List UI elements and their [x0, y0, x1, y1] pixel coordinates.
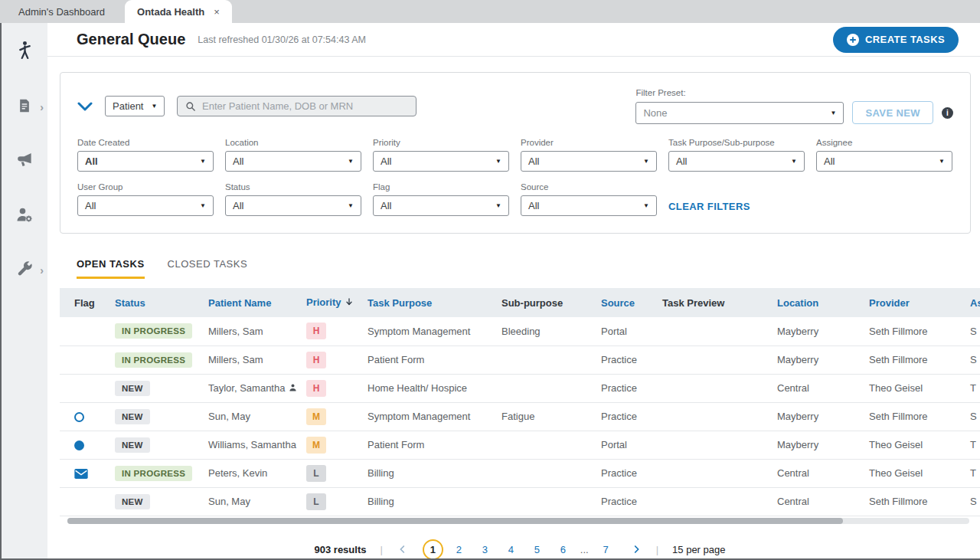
filter-dropdown[interactable]: All▼ — [373, 151, 509, 172]
task-row[interactable]: IN PROGRESSMillers, SamHPatient FormPrac… — [60, 345, 980, 374]
create-tasks-button[interactable]: CREATE TASKS — [833, 27, 959, 53]
column-header[interactable]: Status — [107, 288, 201, 317]
column-header[interactable]: Task Purpose — [360, 288, 494, 317]
page-button[interactable]: 5 — [527, 539, 547, 559]
priority-cell: L — [299, 459, 360, 487]
column-header[interactable]: Patient Name — [201, 288, 299, 317]
filter-dropdown[interactable]: All▼ — [77, 195, 214, 216]
info-icon[interactable]: i — [942, 107, 953, 119]
sidebar-item-announcements[interactable] — [1, 151, 48, 172]
filter-dropdown[interactable]: All▼ — [225, 195, 361, 216]
task-row[interactable]: NEWSun, MayLBillingPracticeCentralSeth F… — [60, 487, 980, 516]
task-preview-cell — [655, 317, 769, 345]
column-header-label: Task Purpose — [368, 297, 432, 309]
previous-page-icon[interactable] — [397, 543, 409, 555]
sidebar-item-patients[interactable] — [1, 40, 48, 64]
assignee-cell: S — [962, 402, 980, 431]
page-button[interactable]: 4 — [501, 539, 521, 559]
separator: | — [656, 544, 658, 555]
browser-tab-ontada-health[interactable]: Ontada Health × — [125, 0, 232, 23]
status-cell: IN PROGRESS — [107, 345, 201, 374]
column-header[interactable]: Location — [769, 288, 861, 317]
flag-filled-circle-icon[interactable] — [74, 440, 84, 450]
location-cell: Mayberry — [769, 317, 861, 345]
filter-preset-dropdown[interactable]: None ▼ — [635, 102, 844, 124]
next-page-icon[interactable] — [630, 543, 642, 555]
chevron-down-icon: ▼ — [495, 202, 501, 209]
wrench-icon — [16, 260, 33, 280]
assignee-cell: S — [962, 487, 980, 516]
column-header-label: Source — [601, 297, 635, 309]
task-row[interactable]: IN PROGRESSPeters, KevinLBillingPractice… — [60, 459, 980, 487]
status-badge: NEW — [115, 409, 150, 424]
task-row[interactable]: NEWSun, MayMSymptom ManagementFatiguePra… — [60, 402, 980, 431]
sidebar-item-user-admin[interactable] — [1, 205, 48, 227]
filter-dropdown[interactable]: All▼ — [521, 195, 657, 216]
column-header-label: Sub-purpose — [501, 297, 563, 309]
page-button[interactable]: 6 — [553, 539, 573, 559]
flag-cell — [60, 317, 107, 345]
browser-tab-admins-dashboard[interactable]: Admin's Dashboard — [18, 0, 111, 23]
location-cell: Central — [769, 459, 861, 487]
patient-search-box — [177, 96, 416, 116]
source-cell: Practice — [593, 459, 655, 487]
page-button[interactable]: 2 — [449, 539, 469, 559]
tab-open-tasks[interactable]: OPEN TASKS — [77, 258, 145, 279]
flag-envelope-icon[interactable] — [74, 469, 88, 479]
search-category-dropdown[interactable]: Patient ▼ — [105, 96, 165, 116]
page-button[interactable]: 1 — [423, 539, 443, 559]
task-purpose-cell: Symptom Management — [360, 402, 494, 431]
save-new-button[interactable]: SAVE NEW — [852, 101, 933, 124]
chevron-down-icon: ▼ — [643, 202, 649, 209]
chevron-down-icon: ▼ — [939, 158, 945, 165]
status-badge: IN PROGRESS — [115, 466, 192, 481]
sub-purpose-cell: Fatigue — [494, 402, 593, 431]
filter-dropdown[interactable]: All▼ — [225, 151, 361, 172]
column-header[interactable]: Assignee — [962, 288, 980, 317]
tab-close-icon[interactable]: × — [214, 6, 220, 18]
task-row[interactable]: NEWTaylor, SamanthaHHome Health/ Hospice… — [60, 374, 980, 402]
filter-dropdown[interactable]: All▼ — [77, 151, 214, 172]
assignee-cell: T — [962, 431, 980, 459]
patient-cell: Taylor, Samantha — [201, 374, 299, 402]
filter-dropdown-value: All — [381, 156, 391, 167]
column-header[interactable]: Priority — [299, 288, 360, 317]
filter-dropdown[interactable]: All▼ — [668, 151, 805, 172]
patient-name: Peters, Kevin — [208, 467, 267, 479]
priority-cell: H — [299, 345, 360, 374]
task-row[interactable]: NEWWilliams, SamanthaMPatient FormPortal… — [60, 431, 980, 459]
filter-field: Task Purpose/Sub-purposeAll▼ — [668, 138, 805, 172]
assignee-cell: T — [962, 374, 980, 402]
tab-closed-tasks[interactable]: CLOSED TASKS — [168, 258, 248, 279]
scrollbar-thumb[interactable] — [67, 518, 843, 524]
flag-open-circle-icon[interactable] — [74, 412, 84, 422]
clear-filters-link[interactable]: CLEAR FILTERS — [668, 201, 750, 212]
filter-field: SourceAll▼ — [521, 182, 657, 216]
filter-dropdown[interactable]: All▼ — [373, 195, 509, 216]
task-preview-cell — [655, 487, 769, 516]
priority-cell: M — [299, 431, 360, 459]
assignee-cell: S — [962, 345, 980, 374]
filter-field: LocationAll▼ — [225, 138, 361, 172]
sidebar-item-documents[interactable]: › — [1, 97, 48, 117]
sub-purpose-cell — [494, 345, 593, 374]
column-header-label: Task Preview — [662, 297, 724, 309]
filter-field: Date CreatedAll▼ — [77, 138, 214, 172]
sub-purpose-cell — [494, 487, 593, 516]
task-table: FlagStatusPatient NamePriorityTask Purpo… — [60, 288, 980, 524]
collapse-filters-icon[interactable] — [77, 101, 93, 112]
filter-dropdown[interactable]: All▼ — [521, 151, 657, 172]
sidebar-item-tools[interactable]: › — [1, 260, 48, 280]
filter-dropdown[interactable]: All▼ — [816, 151, 952, 172]
provider-cell: Seth Fillmore — [861, 317, 962, 345]
last-refreshed-text: Last refreshed 01/30/26 at 07:54:43 AM — [198, 34, 366, 45]
filter-field: AssigneeAll▼ — [816, 138, 952, 172]
page-button[interactable]: 3 — [475, 539, 495, 559]
task-row[interactable]: IN PROGRESSMillers, SamHSymptom Manageme… — [60, 317, 980, 345]
column-header[interactable]: Source — [593, 288, 655, 317]
filter-dropdown-value: All — [676, 156, 687, 167]
page-button[interactable]: 7 — [596, 539, 616, 559]
patient-search-input[interactable] — [202, 100, 408, 112]
filter-field-label: Source — [521, 182, 657, 192]
column-header[interactable]: Provider — [861, 288, 962, 317]
